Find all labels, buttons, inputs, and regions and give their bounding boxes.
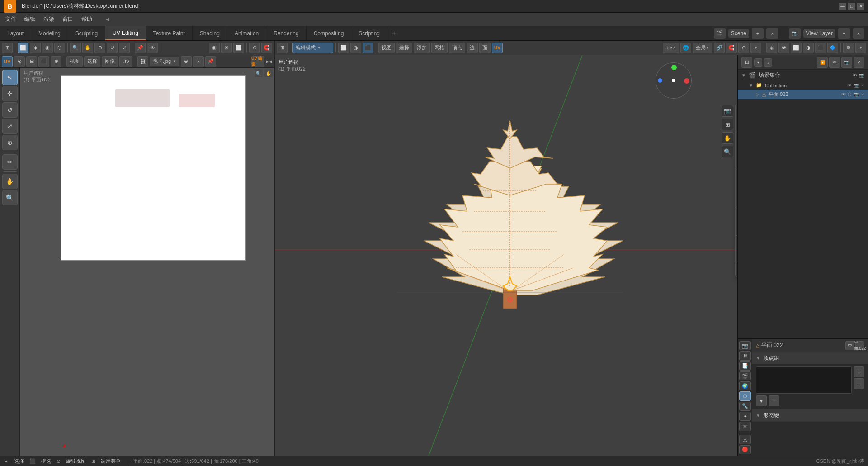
tab-shading[interactable]: Shading [193,26,227,40]
image-select[interactable]: 色卡.jpg ▼ [150,57,179,66]
vp-material-btn[interactable]: ◑ [803,43,814,53]
vp-snapping-btn[interactable]: 🧲 [726,43,737,53]
dropdown-sphere-proj[interactable]: 球面投影 [736,195,737,208]
uv-zoom-icon[interactable]: 🔍 [70,43,81,53]
uv-proportional-icon[interactable]: ⊙ [249,43,260,53]
add-workspace-button[interactable]: + [387,26,401,40]
vp-vertex-menu[interactable]: 顶点 [449,43,465,53]
dropdown-lightmap[interactable]: 光照贴图拼排 [736,144,737,157]
image-menu[interactable]: 图像 [102,56,118,67]
menu-file[interactable]: 文件 [2,14,20,25]
object-row[interactable]: ▷ △ 平面.022 👁 ⬡ 📷 ✓ [738,90,868,99]
props-mesh-tab[interactable]: 平面.022 [855,341,864,350]
vp-solid-btn[interactable]: ⬜ [791,43,802,53]
close-viewlayer-button[interactable]: × [853,28,864,39]
uv-select-box-tool[interactable]: ⬜ [18,43,28,53]
uv-overlay-icon[interactable]: ◉ [209,43,220,53]
props-shield-icon[interactable]: 🛡 [845,341,854,350]
close-button[interactable]: ✕ [857,3,864,10]
outliner-filter-icon[interactable]: 🔽 [817,57,828,68]
dropdown-view-proj[interactable]: 从视角投影 [736,210,737,222]
viewlayer-icon[interactable]: 📷 [789,28,801,39]
uv-transform-tool[interactable]: ⊕ [2,135,18,150]
uv-island-btn[interactable]: ⊕ [51,56,61,67]
props-view-layer-tab[interactable]: 📑 [739,361,751,371]
menu-render[interactable]: 渲染 [40,14,58,25]
tab-uv-editing[interactable]: UV Editing [105,26,146,40]
dropdown-reset[interactable]: 重置 [736,263,737,276]
props-modifier-tab[interactable]: 🔧 [739,402,751,411]
vp-viewport-shading-2[interactable]: ◑ [350,43,361,53]
uv-cursor-tool[interactable]: ↖ [2,70,18,85]
uv-zoom-in-btn[interactable]: 🔍 [254,69,263,78]
props-scene-tab[interactable]: 🎬 [739,371,751,380]
uv-editor-icon[interactable]: ⊞ [2,43,13,53]
menu-window[interactable]: 窗口 [59,14,77,25]
uv-vertex-btn[interactable]: ⊙ [14,56,25,67]
vp-xyz-btn[interactable]: XYZ [663,43,679,53]
dropdown-unfold[interactable]: 展开 [736,105,737,118]
uv-grab-tool[interactable]: ✋ [2,174,18,189]
props-particles-tab[interactable]: ✦ [739,412,751,421]
scene-icon[interactable]: 🎬 [714,28,726,39]
uv-show-icon[interactable]: 👁 [147,43,158,53]
uv-tool-5[interactable]: ⤢ [119,43,130,53]
outliner-eye-icon[interactable]: 👁 [829,57,840,68]
uv-tool-2[interactable]: ✋ [82,43,93,53]
scene-collection-row[interactable]: ▼ 🎬 场景集合 👁 📷 [738,70,868,81]
uv-zoom-tool[interactable]: 🔍 [2,190,18,205]
vp-mesh-menu[interactable]: 网格 [431,43,448,53]
edit-mode-select[interactable]: 编辑模式 ▼ [292,43,333,53]
menu-edit[interactable]: 编辑 [21,14,39,25]
vp-viewport-shading-1[interactable]: ⬜ [338,43,349,53]
outliner-check-icon[interactable]: ✓ [854,57,864,68]
tab-sculpting[interactable]: Sculpting [68,26,105,40]
uv-annotate-tool[interactable]: ✏ [2,154,18,170]
uv-face-btn[interactable]: ⬛ [38,56,49,67]
vp-rendered-btn-2[interactable]: 🔷 [827,43,838,53]
props-output-tab[interactable]: 🖥 [739,351,751,360]
uv-edge-btn[interactable]: ⊟ [26,56,37,67]
tab-scripting[interactable]: Scripting [351,26,387,40]
uv-select-tool-4[interactable]: ⬡ [54,43,65,53]
uv-snapping-icon[interactable]: 🧲 [261,43,272,53]
uv-label-btn[interactable]: UV 编辑 [251,56,264,67]
vp-face-menu[interactable]: 面 [479,43,491,53]
tab-layout[interactable]: Layout [0,26,31,40]
maximize-button[interactable]: □ [848,3,855,10]
vg-dots[interactable]: ⋯ [769,395,779,406]
uv-select-tool-3[interactable]: ◉ [42,43,53,53]
view-menu[interactable]: 视图 [66,56,83,67]
uv-tool-3[interactable]: ⊕ [94,43,105,53]
outliner-camera-icon[interactable]: 📷 [841,57,852,68]
vp-edge-menu[interactable]: 边 [467,43,478,53]
tab-rendering[interactable]: Rendering [266,26,306,40]
uv-menu[interactable]: UV [119,56,132,67]
uv-type-btn[interactable]: UV [2,56,13,67]
vp-uv-btn[interactable]: UV [492,43,503,53]
vp-perspective-icon[interactable]: ⊞ [722,119,733,130]
expand-viewlayer-button[interactable]: + [838,28,850,39]
uv-shading-icon[interactable]: ☀ [221,43,232,53]
close-scene-button[interactable]: × [766,28,778,39]
vp-link-btn[interactable]: 🔗 [714,43,725,53]
vp-zoom-icon[interactable]: 🔍 [722,146,733,157]
outliner-icon[interactable]: ⊞ [741,57,752,68]
vp-add-menu[interactable]: 添加 [414,43,430,53]
tab-compositing[interactable]: Compositing [307,26,352,40]
outliner-filter-btn[interactable]: ▼ [754,58,762,67]
tab-texture-paint[interactable]: Texture Paint [146,26,193,40]
uv-mode-icon[interactable]: ⬜ [233,43,244,53]
vp-view-menu[interactable]: 视图 [378,43,395,53]
vertex-groups-header[interactable]: ▼ 顶点组 [752,352,868,364]
dropdown-mark-seam[interactable]: 标记缝合边 [736,237,737,249]
uv-canvas[interactable]: 用户透视 (1) 平面.022 ⊕ 🔍 ✋ [20,68,274,456]
menu-help[interactable]: 帮助 [78,14,96,25]
vg-list[interactable] [756,366,852,394]
shape-keys-header[interactable]: ▼ 形态键 [752,409,868,421]
viewport-canvas[interactable]: 用户透视 (1) 平面.022 📷 ⊞ ✋ [275,55,737,456]
vp-rendered-btn[interactable]: ⬛ [815,43,826,53]
props-render-tab[interactable]: 📷 [739,341,751,350]
dropdown-view-proj-bounds[interactable]: 从视角投影 (限界) [736,222,737,234]
image-add-btn[interactable]: ⊕ [181,56,192,67]
